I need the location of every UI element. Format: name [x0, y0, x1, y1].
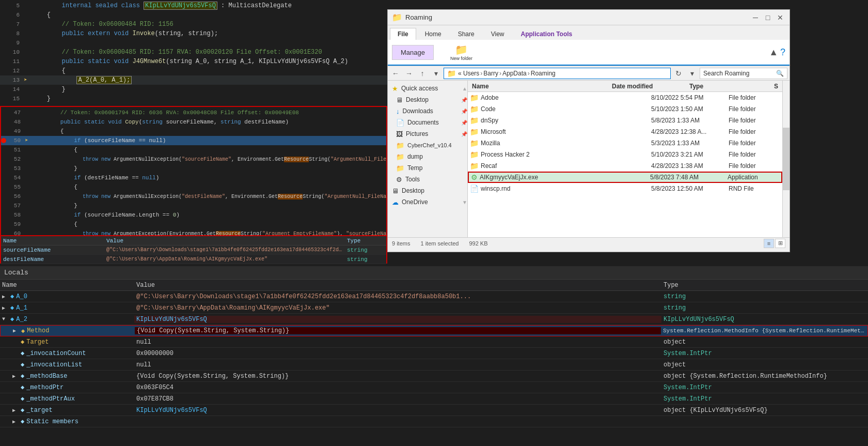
sidebar-item-downloads[interactable]: ↓ Downloads 📌 [388, 105, 467, 117]
file-explorer: 📁 Roaming ─ □ ✕ File Home Share View App… [387, 9, 790, 252]
address-dropdown[interactable]: ▾ [686, 68, 698, 79]
view-details-button[interactable]: ≡ [764, 239, 774, 248]
code-line: 7 // Token: 0x06000484 RID: 1156 [0, 20, 387, 29]
expand-icon[interactable]: ▶ [13, 328, 19, 334]
expand-icon[interactable]: ▶ [12, 419, 19, 425]
var-type: System.IntPtr [661, 350, 868, 357]
var-icon: ◆ [21, 338, 24, 346]
desktop-icon: 🖥 [392, 187, 399, 195]
sidebar-item-cyberchef[interactable]: 📁 CyberChef_v10.4 [388, 140, 467, 151]
file-date: 8/10/2022 5:54 PM [651, 94, 729, 101]
tab-file[interactable]: File [390, 28, 416, 40]
refresh-button[interactable]: ↻ [673, 68, 684, 79]
sidebar-item-desktop1[interactable]: 🖥 Desktop 📌 [388, 94, 467, 105]
recent-button[interactable]: ▾ [430, 68, 441, 79]
expand-icon[interactable]: ▶ [12, 373, 19, 379]
highlighted-code-section: 47 // Token: 0x06001794 RID: 6036 RVA: 0… [0, 106, 387, 256]
var-icon: ◆ [21, 349, 24, 357]
chevron-up-icon[interactable]: ▲ [769, 47, 778, 58]
address-barry: Barry [483, 70, 498, 77]
tab-share[interactable]: Share [450, 28, 482, 40]
locals-row-invcount: ◆ _invocationCount 0x00000000 System.Int… [0, 348, 868, 359]
file-row-code[interactable]: 📁 Code 5/10/2023 1:50 AM File folder [468, 103, 782, 115]
locals-panel-header: Locals [0, 266, 868, 280]
col-size-header[interactable]: S [739, 83, 780, 90]
sidebar-item-tools[interactable]: ⚙ Tools [388, 174, 467, 185]
var-name: _methodBase [26, 373, 67, 380]
code-line: 49 { [1, 127, 386, 136]
tab-view[interactable]: View [483, 28, 512, 40]
sidebar-item-dump[interactable]: 📁 dump [388, 151, 467, 162]
fe-statusbar: 9 items 1 item selected 992 KB ≡ ⊞ [388, 237, 790, 249]
file-row-recaf[interactable]: 📁 Recaf 4/28/2023 1:38 AM File folder [468, 160, 782, 172]
fe-scrollbar[interactable] [782, 81, 790, 237]
code-line: 57 } [1, 201, 386, 210]
tab-application-tools[interactable]: Application Tools [513, 28, 580, 40]
maximize-button[interactable]: □ [763, 12, 773, 23]
file-type: File folder [729, 105, 780, 113]
expand-icon[interactable]: ▶ [2, 305, 8, 311]
folder-icon: 📁 [470, 94, 479, 102]
sidebar-label-dump: dump [407, 153, 423, 160]
file-row-adobe[interactable]: 📁 Adobe 8/10/2022 5:54 PM File folder [468, 92, 782, 103]
minimize-button[interactable]: ─ [750, 12, 761, 23]
star-icon: ★ [392, 85, 398, 93]
var-name: Static members [26, 418, 78, 425]
ribbon-btn-new-folder[interactable]: 📁 New folder [446, 42, 477, 62]
sidebar-label-cyberchef: CyberChef_v10.4 [407, 142, 452, 148]
help-button[interactable]: ? [780, 47, 785, 58]
pictures-icon: 🖼 [396, 130, 403, 138]
col-value: Value [104, 238, 345, 244]
sidebar-item-temp[interactable]: 📁 Temp [388, 162, 467, 174]
sidebar-item-desktop2[interactable]: 🖥 Desktop [388, 185, 467, 196]
expand-icon[interactable]: ▶ [2, 294, 8, 300]
col-name-header[interactable]: Name [470, 83, 610, 90]
var-value: 0x063F05C4 [134, 384, 661, 391]
file-date: 5/3/2023 1:33 AM [651, 140, 729, 147]
sidebar-item-onedrive[interactable]: ☁ OneDrive ▼ [388, 196, 467, 208]
sidebar-item-documents[interactable]: 📄 Documents 📌 [388, 117, 467, 128]
file-row-aikgmyyc[interactable]: ⚙ AIKgmyycVaEjJx.exe 5/8/2023 7:48 AM Ap… [468, 172, 782, 183]
breakpoint-dot [1, 138, 6, 143]
var-name: A_0 [16, 293, 27, 300]
pin-icon: 📌 [461, 97, 467, 103]
sidebar-item-quickaccess[interactable]: ★ Quick access ▲ [388, 83, 467, 94]
expand-icon[interactable]: ▶ [12, 407, 19, 413]
pin-icon: 📌 [461, 109, 467, 114]
col-date-header[interactable]: Date modified [610, 83, 687, 90]
expand-icon[interactable]: ▼ [2, 316, 8, 322]
sidebar-label-desktop1: Desktop [406, 96, 429, 103]
up-button[interactable]: ↑ [417, 68, 428, 79]
view-tiles-button[interactable]: ⊞ [775, 239, 785, 248]
file-type: File folder [729, 151, 780, 158]
folder-icon: 📁 [470, 105, 479, 113]
col-type-header[interactable]: Type [687, 83, 739, 90]
locals-row-a0: ▶ ◆ A_0 @"C:\Users\Barry\Downloads\stage… [0, 291, 868, 302]
file-row-winscp[interactable]: 📄 winscp.rnd 5/8/2023 12:50 AM RND File [468, 183, 782, 194]
scroll-thumb [783, 128, 790, 190]
sidebar-item-pictures[interactable]: 🖼 Pictures 📌 [388, 128, 467, 140]
pin-icon: 📌 [461, 120, 467, 126]
locals-title: Locals [4, 269, 28, 276]
code-line: 59 { [1, 220, 386, 229]
file-row-mozilla[interactable]: 📁 Mozilla 5/3/2023 1:33 AM File folder [468, 137, 782, 149]
file-row-processhacker[interactable]: 📁 Process Hacker 2 5/10/2023 3:21 AM Fil… [468, 149, 782, 160]
file-type: File folder [729, 117, 780, 124]
var-value: 0x00000000 [134, 350, 661, 357]
search-box[interactable]: Search Roaming 🔍 [700, 68, 787, 79]
var-type: object {System.Reflection.RuntimeMethodI… [661, 373, 868, 380]
address-box[interactable]: 📁 « Users › Barry › AppData › Roaming [444, 68, 671, 79]
file-row-dnspy[interactable]: 📁 dnSpy 5/8/2023 1:33 AM File folder [468, 115, 782, 126]
sidebar-label-quickaccess: Quick access [401, 85, 438, 92]
file-row-microsoft[interactable]: 📁 Microsoft 4/28/2023 12:38 A... File fo… [468, 126, 782, 137]
chevron-icon: ▲ [462, 86, 467, 91]
manage-button[interactable]: Manage [392, 45, 434, 60]
forward-button[interactable]: → [403, 68, 415, 79]
var-icon: ◆ [21, 361, 24, 368]
code-line: 54 if (destFileName == null) [1, 173, 386, 182]
back-button[interactable]: ← [390, 68, 401, 79]
close-button[interactable]: ✕ [775, 12, 785, 23]
folder-icon: 📁 [392, 12, 402, 22]
file-name: Recaf [481, 162, 651, 170]
tab-home[interactable]: Home [417, 28, 449, 40]
